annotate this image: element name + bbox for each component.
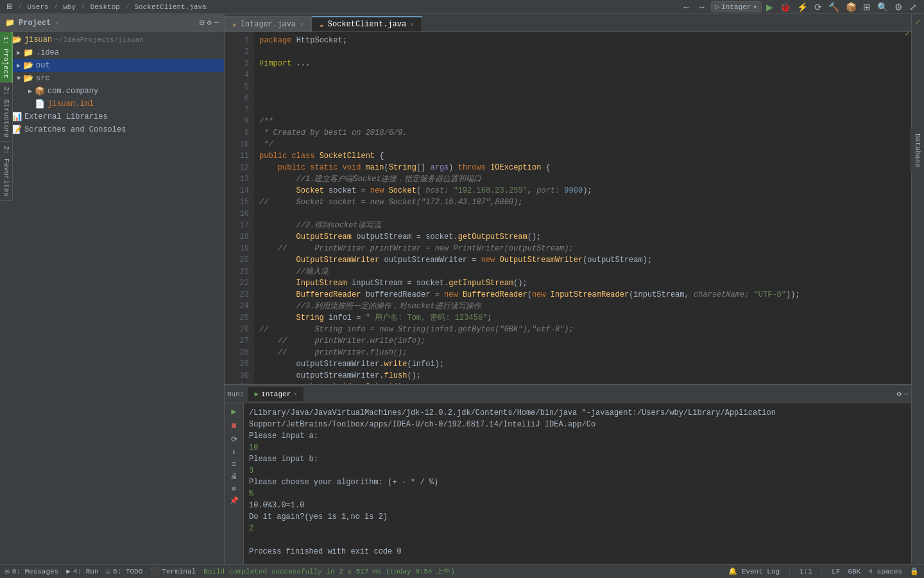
tree-path-jisuan: ~/IdeaProjects/jisuan (55, 36, 144, 44)
tree-label-scratches: Scratches and Consoles (24, 125, 126, 134)
tree-item-out[interactable]: ▶ 📂 out (0, 59, 224, 72)
settings-icon[interactable]: ⚙ (207, 18, 212, 28)
collapse-all-icon[interactable]: ⊟ (200, 18, 204, 28)
run-settings2-icon[interactable]: ⚙ (232, 484, 236, 493)
run-tab-close[interactable]: ✕ (293, 390, 296, 398)
main-content: 📁 Project ▾ ⊟ ⚙ — ▼ 📂 jisuan ~/IdeaProje… (0, 14, 924, 564)
status-indent[interactable]: 4 spaces (868, 568, 902, 575)
run-button[interactable]: ▶ (764, 2, 775, 12)
status-terminal[interactable]: ⬛ Terminal (150, 567, 196, 575)
lpt-project[interactable]: 1: Project (0, 32, 13, 83)
navigate-forward-button[interactable]: → (696, 2, 708, 12)
tab-socketclient-close[interactable]: ✕ (410, 21, 414, 28)
run-config-dropdown-icon: ▾ (753, 3, 757, 11)
run-minimize-icon[interactable]: — (904, 390, 909, 399)
breadcrumb-users[interactable]: Users (28, 3, 49, 11)
status-position: 1:1 (800, 568, 812, 575)
tab-intager-close[interactable]: ✕ (300, 21, 304, 28)
tree-item-com-company[interactable]: ▶ 📦 com.company (0, 85, 224, 98)
build-button[interactable]: 🔨 (826, 2, 841, 12)
project-root-icon: 📂 (12, 35, 22, 45)
run-tab-intager[interactable]: ▶ Intager ✕ (248, 387, 303, 401)
run-scroll-end-icon[interactable]: ⬇ (232, 448, 236, 457)
project-icon: 📁 (5, 18, 15, 28)
tree-label-com-company: com.company (47, 87, 98, 96)
code-content[interactable]: package HttpSocket; #import ... /** * Cr… (254, 32, 911, 384)
run-configuration[interactable]: ▷ Intager ▾ (711, 1, 762, 12)
top-navigation-bar: 🖥 / Users / wby / Desktop / SocketClient… (0, 0, 924, 14)
src-folder-icon: 📂 (23, 73, 33, 83)
tree-item-src[interactable]: ▼ 📂 src (0, 72, 224, 85)
scratches-icon: 📝 (12, 125, 22, 135)
expand-button[interactable]: ⤢ (907, 2, 919, 12)
tree-label-out: out (36, 61, 50, 70)
run-content: ▶ ■ ⟳ ⬇ ≡ 🖨 ⚙ 📌 /Library/Java/JavaVirtua… (225, 403, 911, 564)
status-right: 🔔 Event Log | 1:1 | LF GBK 4 spaces 🔒 (728, 567, 919, 575)
bottom-panel: Run: ▶ Intager ✕ ⚙ — ▶ ■ ⟳ ⬇ ≡ (225, 384, 911, 564)
project-dropdown-icon[interactable]: ▾ (55, 19, 58, 27)
run-print-icon[interactable]: 🖨 (230, 472, 237, 480)
run-play-icon[interactable]: ▶ (231, 406, 236, 417)
editor-tabs-bar: ☕ Intager.java ✕ ☕ SocketClient.java ✕ (225, 14, 911, 32)
status-encoding[interactable]: GBK (848, 568, 860, 575)
refresh-button[interactable]: ⟳ (812, 2, 824, 12)
status-lock-icon: 🔒 (910, 567, 919, 575)
run-pin-icon[interactable]: 📌 (230, 496, 239, 505)
project-title: Project (19, 19, 51, 28)
debug-button[interactable]: 🐞 (778, 2, 792, 12)
hide-panel-icon[interactable]: — (214, 18, 219, 28)
run-settings-icon[interactable]: ⚙ (897, 389, 902, 399)
status-todo-label: 6: TODO (113, 568, 142, 575)
terminal-icon: ⬛ (150, 567, 159, 575)
lpt-favorites[interactable]: 2: Favorites (0, 142, 13, 201)
out-folder-icon: 📂 (23, 60, 33, 71)
project-tree: ▼ 📂 jisuan ~/IdeaProjects/jisuan ▶ 📁 .id… (0, 32, 224, 564)
com-company-icon: 📦 (35, 86, 45, 96)
run-left-toolbar: ▶ ■ ⟳ ⬇ ≡ 🖨 ⚙ 📌 (225, 403, 244, 564)
sdk-button[interactable]: 📦 (844, 2, 859, 12)
coverage-button[interactable]: ⚡ (795, 2, 810, 12)
status-event-log[interactable]: 🔔 Event Log (728, 567, 780, 575)
status-lf[interactable]: LF (832, 568, 840, 575)
run-filter-icon[interactable]: ≡ (232, 460, 236, 468)
socketclient-file-icon: ☕ (320, 21, 324, 29)
search-button[interactable]: 🔍 (875, 2, 890, 12)
status-run[interactable]: ▶ 4: Run (66, 567, 98, 575)
status-messages[interactable]: ✉ 0: Messages (5, 567, 58, 575)
todo-icon: ☑ (106, 567, 110, 575)
status-build-msg: Build completed successfully in 2 s 517 … (203, 566, 455, 576)
layout-button[interactable]: ⊞ (861, 2, 873, 12)
run-rerun-icon[interactable]: ⟳ (231, 435, 237, 444)
run-label: Run: (227, 390, 246, 398)
tab-socketclient[interactable]: ☕ SocketClient.java ✕ (312, 16, 422, 31)
breadcrumb-wby[interactable]: wby (63, 3, 76, 11)
tree-item-jisuan-iml[interactable]: ▶ 📄 jisuan.iml (0, 98, 224, 110)
tree-label-iml: jisuan.iml (47, 100, 94, 109)
tree-arrow-com-company: ▶ (26, 87, 35, 95)
intager-file-icon: ☕ (232, 20, 237, 28)
run-stop-icon[interactable]: ■ (231, 421, 236, 431)
right-sidebar: ✓ (911, 14, 924, 564)
tab-intager[interactable]: ☕ Intager.java ✕ (225, 16, 312, 31)
editor-area: ✓ ☕ Intager.java ✕ ☕ SocketClient.java ✕… (225, 14, 911, 564)
lpt-structure[interactable]: 2: Structure (0, 83, 13, 142)
tree-item-idea[interactable]: ▶ 📁 .idea (0, 46, 224, 59)
tab-socketclient-label: SocketClient.java (328, 20, 406, 29)
status-run-label: 4: Run (73, 568, 99, 575)
status-todo[interactable]: ☑ 6: TODO (106, 567, 142, 575)
settings-button[interactable]: ⚙ (893, 2, 905, 12)
breadcrumb-desktop[interactable]: Desktop (90, 3, 120, 11)
breadcrumb-sep: / (18, 3, 22, 11)
breadcrumb-file[interactable]: SocketClient.java (134, 3, 206, 11)
tree-item-ext-lib[interactable]: ▶ 📊 External Libraries (0, 110, 224, 123)
navigate-back-button[interactable]: ← (680, 2, 693, 12)
code-editor[interactable]: 1234567891011121314151617181920212223242… (225, 32, 911, 384)
database-tab[interactable]: Database (911, 128, 924, 173)
tree-item-scratches[interactable]: ▶ 📝 Scratches and Consoles (0, 123, 224, 136)
tree-label-src: src (36, 74, 50, 83)
project-panel: 📁 Project ▾ ⊟ ⚙ — ▼ 📂 jisuan ~/IdeaProje… (0, 14, 225, 564)
top-bar-right: ← → ▷ Intager ▾ ▶ 🐞 ⚡ ⟳ 🔨 📦 ⊞ 🔍 ⚙ ⤢ (680, 1, 919, 12)
tree-item-jisuan[interactable]: ▼ 📂 jisuan ~/IdeaProjects/jisuan (0, 33, 224, 46)
project-panel-header: 📁 Project ▾ ⊟ ⚙ — (0, 14, 224, 32)
run-tab-label: Intager (261, 390, 291, 398)
